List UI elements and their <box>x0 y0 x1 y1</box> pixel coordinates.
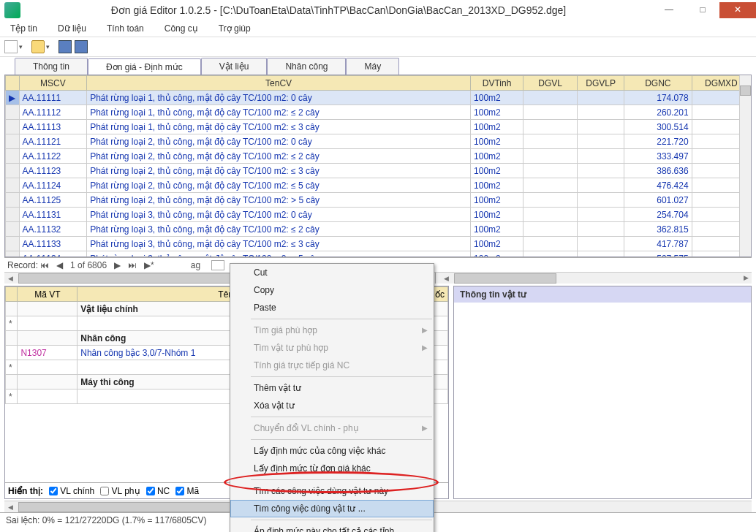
grid-vscrollbar[interactable] <box>739 75 751 256</box>
info-panel: Thông tin vật tư <box>453 286 752 499</box>
cell-code: AA.11124 <box>19 178 87 193</box>
ctx-tinh-gia: Tính giá trực tiếp giá NC <box>230 357 434 374</box>
col-dgvlp[interactable]: DGVLP <box>578 76 624 91</box>
menu-calc[interactable]: Tính toán <box>104 22 147 35</box>
hscroll-right-arrow-icon[interactable]: ▶ <box>740 273 752 284</box>
nav-new-icon[interactable]: ▶* <box>142 260 156 270</box>
tab-dongia[interactable]: Đơn giá - Định mức <box>88 58 201 75</box>
col-tencv[interactable]: TenCV <box>87 76 471 91</box>
menu-tools[interactable]: Công cụ <box>162 22 201 35</box>
cell-code: AA.11125 <box>19 193 87 208</box>
cell-unit: 100m2 <box>471 134 523 149</box>
cell-dgnc: 174.078 <box>624 91 692 105</box>
cell-unit: 100m2 <box>471 105 523 120</box>
toolbar: ▾ ▾ <box>0 37 756 57</box>
tab-vatlieu[interactable]: Vật liệu <box>201 58 268 75</box>
record-ag: ag <box>189 260 203 270</box>
ctx-cut[interactable]: Cut <box>230 264 434 281</box>
cell-name: Phát rừng loại 3, thủ công, mật độ cây T… <box>87 208 471 222</box>
titlebar: Đơn giá Editor 1.0.2.5 - [C:\DuToanEta\D… <box>0 0 756 20</box>
table-row[interactable]: AA.11113Phát rừng loại 1, thủ công, mật … <box>6 120 751 134</box>
menu-help[interactable]: Trợ giúp <box>216 22 254 35</box>
ctx-tim-cv-nay[interactable]: Tìm các công việc dùng vật tư này <box>230 482 434 500</box>
cell-dgnc: 386.636 <box>624 164 692 178</box>
lower-hscroll-left-icon[interactable]: ◀ <box>4 502 16 513</box>
ctx-paste[interactable]: Paste <box>230 299 434 316</box>
menubar: Tệp tin Dữ liệu Tính toán Công cụ Trợ gi… <box>0 20 756 37</box>
open-icon[interactable] <box>31 40 45 53</box>
table-row[interactable]: AA.11133Phát rừng loại 3, thủ công, mật … <box>6 237 751 251</box>
table-row[interactable]: AA.11121Phát rừng loại 2, thủ công, mật … <box>6 134 751 149</box>
cell-dgnc: 221.720 <box>624 134 692 149</box>
reset-button[interactable] <box>211 260 224 270</box>
save-all-icon[interactable] <box>75 40 88 53</box>
new-dropdown-icon[interactable]: ▾ <box>19 43 23 50</box>
ctx-lay-dg[interactable]: Lấy định mức từ đơn giá khác <box>230 460 434 477</box>
table-row[interactable]: AA.11112Phát rừng loại 1, thủ công, mật … <box>6 105 751 120</box>
record-position: 1 of 6806 <box>68 260 109 270</box>
table-row[interactable]: AA.11125Phát rừng loại 2, thủ công, mật … <box>6 193 751 208</box>
submenu-arrow-icon: ▶ <box>422 424 428 432</box>
minimize-button[interactable]: — <box>652 2 686 18</box>
table-row[interactable]: AA.11134Phát rừng loại 3, thủ công, mật … <box>6 251 751 258</box>
nav-first-icon[interactable]: ⏮ <box>38 260 51 270</box>
close-button[interactable]: ✕ <box>719 2 756 18</box>
table-row[interactable]: AA.11122Phát rừng loại 2, thủ công, mật … <box>6 149 751 164</box>
filter-label: Hiển thị: <box>8 486 43 496</box>
table-row[interactable]: AA.11124Phát rừng loại 2, thủ công, mật … <box>6 178 751 193</box>
ctx-copy[interactable]: Copy <box>230 281 434 299</box>
hscroll-left-arrow-icon[interactable]: ◀ <box>4 273 16 284</box>
table-row[interactable]: AA.11131Phát rừng loại 3, thủ công, mật … <box>6 208 751 222</box>
material-code: N1307 <box>18 346 78 360</box>
col-mscv[interactable]: MSCV <box>19 76 87 91</box>
ctx-tim-gia: Tìm giá phù hợp▶ <box>230 322 434 339</box>
col-dgvl[interactable]: DGVL <box>523 76 578 91</box>
col-dvtinh[interactable]: DVTinh <box>471 76 523 91</box>
ctx-ap-dinh-muc[interactable]: Áp định mức này cho tất cả các tỉnh <box>230 522 434 532</box>
table-row[interactable]: ▶AA.11111Phát rừng loại 1, thủ công, mật… <box>6 91 751 105</box>
submenu-arrow-icon: ▶ <box>422 343 428 352</box>
menu-data[interactable]: Dữ liệu <box>55 22 89 35</box>
table-row[interactable]: AA.11123Phát rừng loại 2, thủ công, mật … <box>6 164 751 178</box>
nav-last-icon[interactable]: ⏭ <box>126 260 139 270</box>
cell-dgnc: 507.575 <box>624 251 692 258</box>
main-grid[interactable]: MSCV TenCV DVTinh DGVL DGVLP DGNC DGMXD … <box>4 75 752 257</box>
ctx-xoa-vt[interactable]: Xóa vật tư <box>230 397 434 414</box>
chk-nc[interactable]: NC <box>146 486 170 496</box>
ctx-lay-dm[interactable]: Lấy định mức của công việc khác <box>230 442 434 460</box>
grid-corner <box>6 76 20 91</box>
cell-name: Phát rừng loại 2, thủ công, mật độ cây T… <box>87 134 471 149</box>
chk-vlphu[interactable]: VL phụ <box>100 486 140 496</box>
tab-info[interactable]: Thông tin <box>15 58 88 75</box>
cell-name: Phát rừng loại 1, thủ công, mật độ cây T… <box>87 91 471 105</box>
ctx-them-vt[interactable]: Thêm vật tư <box>230 379 434 397</box>
col-dgnc[interactable]: DGNC <box>624 76 692 91</box>
cell-name: Phát rừng loại 2, thủ công, mật độ cây T… <box>87 178 471 193</box>
new-icon[interactable] <box>4 40 18 53</box>
cell-code: AA.11111 <box>19 91 87 105</box>
cell-unit: 100m2 <box>471 149 523 164</box>
ctx-tim-cv[interactable]: Tìm công việc dùng vật tư ... <box>230 500 434 517</box>
tab-may[interactable]: Máy <box>346 58 399 75</box>
tab-nhancong[interactable]: Nhân công <box>267 58 346 75</box>
hscroll-right-thumb[interactable] <box>454 273 556 284</box>
cell-name: Phát rừng loại 1, thủ công, mật độ cây T… <box>87 120 471 134</box>
nav-prev-icon[interactable]: ◀ <box>54 260 65 270</box>
save-icon[interactable] <box>58 40 72 53</box>
open-dropdown-icon[interactable]: ▾ <box>46 43 50 50</box>
record-label: Record: <box>7 260 38 270</box>
ctx-tim-vt: Tìm vật tư phù hợp▶ <box>230 339 434 357</box>
hscroll-right-left-arrow-icon[interactable]: ◀ <box>440 273 452 284</box>
menu-file[interactable]: Tệp tin <box>7 22 40 35</box>
chk-vlchinh[interactable]: VL chính <box>49 486 94 496</box>
cell-unit: 100m2 <box>471 251 523 258</box>
cell-name: Phát rừng loại 3, thủ công, mật độ cây T… <box>87 251 471 258</box>
chk-ma[interactable]: Mã <box>175 486 199 496</box>
col-mavt[interactable]: Mã VT <box>18 287 78 302</box>
maximize-button[interactable]: □ <box>686 2 719 18</box>
context-menu: Cut Copy Paste Tìm giá phù hợp▶ Tìm vật … <box>230 263 434 532</box>
cell-code: AA.11121 <box>19 134 87 149</box>
table-row[interactable]: AA.11132Phát rừng loại 3, thủ công, mật … <box>6 222 751 237</box>
nav-next-icon[interactable]: ▶ <box>112 260 123 270</box>
cell-name: Phát rừng loại 1, thủ công, mật độ cây T… <box>87 105 471 120</box>
